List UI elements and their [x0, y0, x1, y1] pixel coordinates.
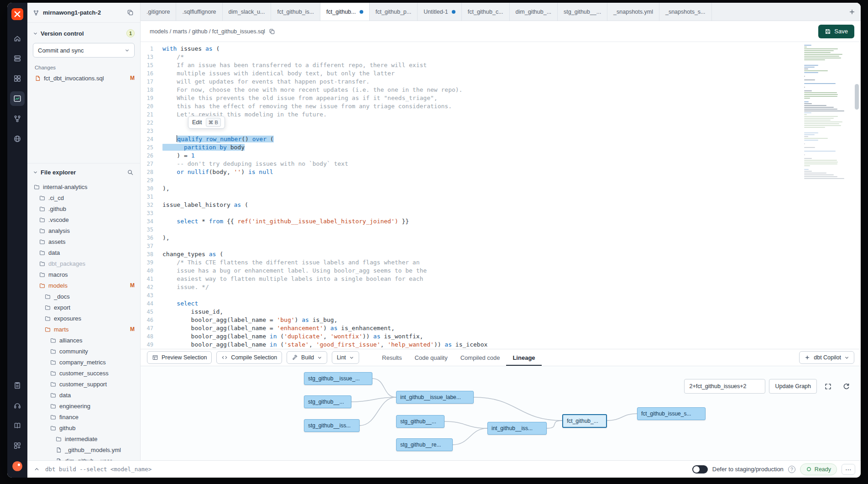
lineage-node-fct-github[interactable]: fct_github_...	[562, 414, 607, 428]
tab-fct-github-is[interactable]: fct_github_is...	[271, 3, 320, 21]
tree-item-finance[interactable]: finance	[27, 411, 140, 422]
tree-item-internal-analytics[interactable]: internal-analytics	[27, 181, 140, 192]
refresh-icon[interactable]	[839, 379, 853, 394]
tab-snapshots-s[interactable]: _snapshots_s...	[659, 3, 712, 21]
integrations-icon[interactable]	[10, 438, 25, 453]
tree-item-analysis[interactable]: analysis	[27, 225, 140, 236]
code-line[interactable]: 29	[141, 176, 861, 184]
code-line[interactable]: 40 issue has a bug or enhancement label.…	[141, 267, 861, 275]
tab-fct-github-c[interactable]: fct_github_c...	[462, 3, 510, 21]
code-line[interactable]: 37	[141, 242, 861, 250]
lineage-selector-input[interactable]	[684, 379, 765, 394]
home-icon[interactable]	[10, 31, 25, 46]
docs-icon[interactable]	[10, 418, 25, 433]
code-line[interactable]: 21 Let's revisit this modeling in the fu…	[141, 110, 861, 119]
copy-path-icon[interactable]	[269, 28, 275, 35]
code-line[interactable]: 22	[141, 119, 861, 127]
tab-results[interactable]: Results	[376, 349, 408, 366]
code-line[interactable]: 30),	[141, 184, 861, 193]
code-line[interactable]: 45 issue_id,	[141, 308, 861, 316]
code-line[interactable]: 49 boolor_agg(label_name in ('stale', 'g…	[141, 341, 861, 349]
tree-item-exposures[interactable]: exposures	[27, 313, 140, 324]
commit-and-sync-button[interactable]: Commit and sync	[33, 43, 135, 58]
code-line[interactable]: 16 multiple issues with identical body t…	[141, 69, 861, 78]
code-line[interactable]: 18 For now, choose the one with more rec…	[141, 86, 861, 94]
tree-item-dim-github-user-[interactable]: dim_github__user...	[27, 455, 140, 460]
code-line[interactable]: 28 or nullif(body, '') is null	[141, 168, 861, 176]
version-control-header[interactable]: Version control 1	[27, 27, 140, 39]
code-line[interactable]: 33	[141, 209, 861, 217]
preview-selection-button[interactable]: Preview Selection	[147, 351, 212, 364]
tab-fct-github[interactable]: fct_github...	[320, 3, 370, 21]
code-line[interactable]: 47 boolor_agg(label_name = 'enhancement'…	[141, 324, 861, 332]
code-line[interactable]: 46 boolor_agg(label_name = 'bug') as is_…	[141, 316, 861, 324]
tab-sqlfluffignore[interactable]: .sqlfluffignore	[176, 3, 222, 21]
tab-fct-github-p[interactable]: fct_github_p...	[370, 3, 418, 21]
tree-item-engineering[interactable]: engineering	[27, 400, 140, 411]
code-line[interactable]: 1with issues as (	[141, 45, 861, 53]
environments-icon[interactable]	[10, 51, 25, 66]
tree-item-assets[interactable]: assets	[27, 236, 140, 247]
tree-item-customer-success[interactable]: customer_success	[27, 368, 140, 379]
code-line[interactable]: 42 issue. */	[141, 283, 861, 291]
tree-item-community[interactable]: community	[27, 346, 140, 357]
tree-item--github[interactable]: .github	[27, 203, 140, 214]
tree-item-customer-support[interactable]: customer_support	[27, 379, 140, 389]
tab-code-quality[interactable]: Code quality	[408, 349, 454, 366]
code-line[interactable]: 34 select * from {{ ref('int_github__iss…	[141, 217, 861, 226]
develop-ide-icon[interactable]	[10, 91, 25, 106]
account-avatar[interactable]	[11, 460, 23, 472]
lineage-node-stg-github-issue[interactable]: stg_github__issue_...	[304, 372, 372, 385]
tree-item--vscode[interactable]: .vscode	[27, 214, 140, 225]
explore-icon[interactable]	[10, 132, 25, 146]
code-editor[interactable]: 1with issues as (13 /*15 If an issue has…	[141, 42, 861, 349]
lineage-node-stg-github[interactable]: stg_github__...	[396, 415, 444, 428]
code-line[interactable]: 32issue_label_history as (	[141, 201, 861, 209]
tree-item-alliances[interactable]: alliances	[27, 335, 140, 346]
tab-gitignore[interactable]: .gitignore	[141, 3, 176, 21]
fullscreen-icon[interactable]	[821, 379, 835, 394]
build-button[interactable]: Build	[287, 351, 327, 364]
changelog-icon[interactable]	[10, 378, 25, 393]
tab-stg-github[interactable]: stg_github__...	[558, 3, 607, 21]
status-ready-badge[interactable]: Ready	[800, 463, 837, 475]
tree-item-models[interactable]: modelsM	[27, 280, 140, 291]
file-explorer-header[interactable]: File explorer	[27, 163, 140, 179]
tree-item-github[interactable]: github	[27, 422, 140, 433]
code-line[interactable]: 31	[141, 193, 861, 201]
code-line[interactable]: 26 ) = 1	[141, 152, 861, 160]
tree-item--docs[interactable]: _docs	[27, 291, 140, 302]
update-graph-button[interactable]: Update Graph	[769, 379, 817, 394]
code-line[interactable]: 44 select	[141, 300, 861, 308]
tab-dim-github[interactable]: dim_github_...	[510, 3, 558, 21]
code-line[interactable]: 36),	[141, 234, 861, 242]
lineage-node-int-github-issue-labe[interactable]: int_github__issue_labe...	[396, 391, 474, 404]
tree-item-dbt-packages[interactable]: dbt_packages	[27, 258, 140, 269]
defer-toggle[interactable]	[692, 465, 708, 473]
tree-item--ci-cd[interactable]: .ci_cd	[27, 192, 140, 203]
code-line[interactable]: 41 easiest way to flatten multiple label…	[141, 275, 861, 283]
code-line[interactable]: 39 /* This CTE flattens the different is…	[141, 258, 861, 267]
changed-file-row[interactable]: fct_dbt_invocations.sql M	[27, 72, 140, 84]
command-input[interactable]: dbt build --select <model_name>	[45, 466, 237, 473]
tree-item-marts[interactable]: martsM	[27, 324, 140, 335]
minimap[interactable]	[804, 45, 848, 241]
tree-item-macros[interactable]: macros	[27, 269, 140, 280]
apps-icon[interactable]	[10, 71, 25, 86]
new-tab-button[interactable]	[843, 3, 861, 21]
code-line[interactable]: 15 If an issue has been transferred to a…	[141, 61, 861, 69]
tab-snapshots-yml[interactable]: _snapshots.yml	[607, 3, 659, 21]
edit-tooltip[interactable]: Edit ⌘ B	[188, 116, 225, 129]
code-line[interactable]: 20 this has the effect of removing the n…	[141, 102, 861, 110]
lineage-node-fct-github-issue-s[interactable]: fct_github_issue_s...	[637, 407, 706, 420]
tree-item--github-models-yml[interactable]: _github__models.yml	[27, 444, 140, 455]
help-icon[interactable]: ?	[788, 466, 795, 473]
tab-lineage[interactable]: Lineage	[506, 349, 541, 366]
tree-item-data[interactable]: data	[27, 389, 140, 400]
code-line[interactable]: 24 qualify row_number() over (	[141, 135, 861, 143]
lineage-node-stg-github-iss[interactable]: stg_github__iss...	[304, 419, 360, 432]
tree-item-company-metrics[interactable]: company_metrics	[27, 357, 140, 368]
lineage-node-stg-github-re[interactable]: stg_github__re...	[396, 438, 453, 451]
support-icon[interactable]	[10, 398, 25, 413]
search-icon[interactable]	[126, 168, 135, 177]
